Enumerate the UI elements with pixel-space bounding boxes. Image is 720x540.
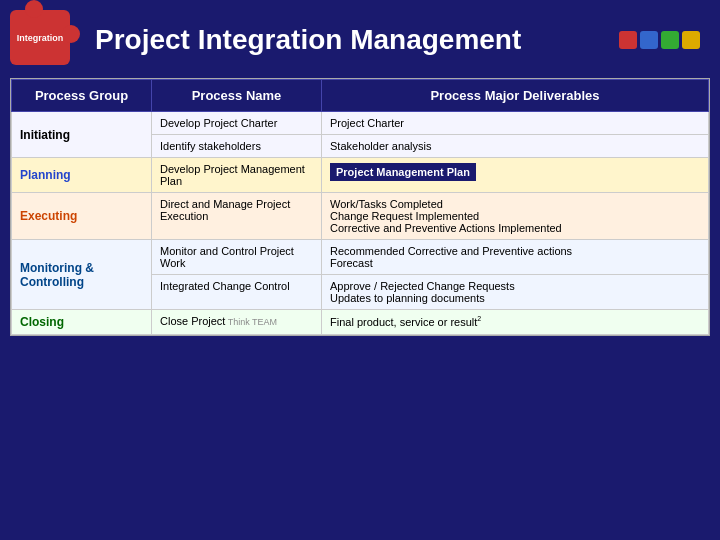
closing-label: Closing <box>20 315 64 329</box>
group-planning: Planning <box>12 158 152 193</box>
think-team-watermark: Think TEAM <box>225 317 277 327</box>
table-row: Closing Close Project Think TEAM Final p… <box>12 310 709 335</box>
header: Integration Project Integration Manageme… <box>0 0 720 78</box>
deliverable-stakeholder-analysis: Stakeholder analysis <box>322 135 709 158</box>
puzzle-piece: Integration <box>10 10 70 65</box>
table-header-row: Process Group Process Name Process Major… <box>12 80 709 112</box>
deliverable-monitor: Recommended Corrective and Preventive ac… <box>322 240 709 275</box>
group-executing: Executing <box>12 193 152 240</box>
process-dev-mgmt-plan: Develop Project Management Plan <box>152 158 322 193</box>
group-monitoring: Monitoring & Controlling <box>12 240 152 310</box>
table-row: Monitoring & Controlling Monitor and Con… <box>12 240 709 275</box>
executing-label: Executing <box>20 209 77 223</box>
deliverable-project-charter: Project Charter <box>322 112 709 135</box>
deliverable-mgmt-plan: Project Management Plan <box>322 158 709 193</box>
deliverable-closing: Final product, service or result2 <box>322 310 709 335</box>
bold-deliverable-mgmt-plan: Project Management Plan <box>330 163 476 181</box>
process-identify-stakeholders: Identify stakeholders <box>152 135 322 158</box>
deliverable-change-control: Approve / Rejected Change Requests Updat… <box>322 275 709 310</box>
mini-puzzle-4 <box>682 31 700 49</box>
table-row: Executing Direct and Manage Project Exec… <box>12 193 709 240</box>
mini-puzzle-3 <box>661 31 679 49</box>
integration-icon: Integration <box>10 10 80 70</box>
page-container: Integration Project Integration Manageme… <box>0 0 720 540</box>
process-integrated-change: Integrated Change Control <box>152 275 322 310</box>
title-puzzle-icons <box>619 31 700 49</box>
table-row: Initiating Develop Project Charter Proje… <box>12 112 709 135</box>
integration-label: Integration <box>17 33 64 43</box>
group-closing: Closing <box>12 310 152 335</box>
header-group: Process Group <box>12 80 152 112</box>
main-table: Process Group Process Name Process Major… <box>11 79 709 335</box>
deliverable-executing: Work/Tasks Completed Change Request Impl… <box>322 193 709 240</box>
group-initiating: Initiating <box>12 112 152 158</box>
initiating-label: Initiating <box>20 128 70 142</box>
process-close-project: Close Project Think TEAM <box>152 310 322 335</box>
process-direct-manage: Direct and Manage Project Execution <box>152 193 322 240</box>
process-monitor-control: Monitor and Control Project Work <box>152 240 322 275</box>
table-row: Planning Develop Project Management Plan… <box>12 158 709 193</box>
header-process: Process Name <box>152 80 322 112</box>
table-container: Process Group Process Name Process Major… <box>10 78 710 336</box>
planning-label: Planning <box>20 168 71 182</box>
header-deliverables: Process Major Deliverables <box>322 80 709 112</box>
mini-puzzle-1 <box>619 31 637 49</box>
mini-puzzle-2 <box>640 31 658 49</box>
footnote-2: 2 <box>477 315 481 322</box>
monitoring-label: Monitoring & Controlling <box>20 261 94 289</box>
page-title: Project Integration Management <box>95 24 619 56</box>
process-develop-charter: Develop Project Charter <box>152 112 322 135</box>
